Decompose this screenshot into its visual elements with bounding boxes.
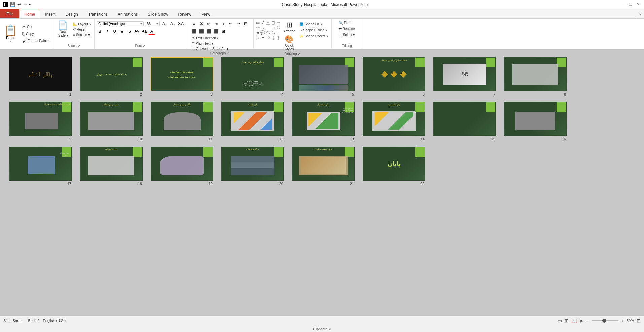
shadow-button[interactable]: S [126,28,133,35]
help-button[interactable]: ? [636,10,644,18]
list-item[interactable]: دیاگرام طبقات 20 [221,147,284,186]
list-item[interactable]: نما و جزئیاتمعماری 17 [9,147,72,186]
align-left-button[interactable]: ⬛ [190,28,197,35]
find-button[interactable]: 🔍Find [337,20,352,25]
tab-transitions[interactable]: Transitions [83,10,113,18]
list-item[interactable]: بیمارستان برن سیت معماران: کیزوتاریخ ساخ… [221,57,284,96]
list-item[interactable]: پلان طبقه اول فضاهای اداریفضاهای درمانیف… [292,102,355,141]
convert-smartart-button[interactable]: ⬡Convert to SmartArt ▾ [190,46,229,51]
justify-button[interactable]: ⬛ [213,28,219,35]
list-item[interactable]: تقسیم بندی فضاها 10 [80,102,143,141]
list-item[interactable]: به نام خداوند بخشنده مهربان 2 [80,57,143,96]
tab-insert[interactable]: Insert [40,10,60,18]
shape-hex[interactable]: ⬡ [271,30,276,35]
bold-button[interactable]: B [97,28,103,35]
shape-outline-button[interactable]: ▱Shape Outline ▾ [298,28,329,33]
slideshow-button[interactable]: ▶ [580,318,583,323]
strikethrough-button[interactable]: S [119,28,126,35]
list-item[interactable]: پلان طبقه دوم 14 [363,102,425,141]
shape-box[interactable]: □ [271,25,276,30]
tab-slideshow[interactable]: Slide Show [143,10,173,18]
shape-moon[interactable]: ☽ [266,35,271,40]
list-item[interactable]: 8 [504,57,567,96]
align-right-button[interactable]: ⬛ [205,28,212,35]
shape-rect2[interactable]: ▢ [271,20,276,25]
list-item[interactable]: موضوع: طرح بیمارستانمجری: بیمارستان قلب … [151,57,213,96]
shape-tri[interactable]: △ [266,20,271,25]
align-center-button[interactable]: ⬛ [198,28,205,35]
cut-button[interactable]: ✂ Cut [21,24,51,30]
paste-button[interactable]: 📋 Paste ▾ [2,24,20,44]
qa-redo[interactable]: ↪ [23,2,27,7]
minimize-button[interactable]: − [620,1,627,8]
inc-indent-button[interactable]: ⇥ [213,20,219,27]
decrease-font-button[interactable]: A↓ [169,20,176,27]
shape-lbrace[interactable]: { [271,35,276,40]
increase-font-button[interactable]: A↑ [161,20,168,27]
italic-button[interactable]: I [104,28,111,35]
list-item[interactable]: 5 [292,57,355,96]
list-item[interactable]: پلان بیمارستان 18 [80,147,143,186]
tab-file[interactable]: File [0,9,19,18]
shape-rbrace[interactable]: } [276,35,281,40]
tab-design[interactable]: Design [60,10,83,18]
underline-button[interactable]: U [111,28,118,35]
zoom-in-button[interactable]: + [621,318,624,323]
list-item[interactable]: 16 [504,102,567,141]
zoom-out-button[interactable]: − [586,318,589,323]
shape-star[interactable]: ★ [256,30,260,35]
change-case-button[interactable]: Aa [141,28,148,35]
shape-arrow[interactable]: ⇨ [276,20,281,25]
list-item[interactable]: پلان طبقات 12 [221,102,284,141]
col-button[interactable]: ⊟ [242,20,249,27]
shape-effects-button[interactable]: ✨Shape Effects ▾ [298,34,329,39]
copy-button[interactable]: ⎘ Copy [21,31,51,37]
close-button[interactable]: ✕ [635,1,641,8]
tab-home[interactable]: Home [19,10,40,18]
shape-more[interactable]: ⬡ [276,25,281,30]
format-painter-button[interactable]: 🖌 Format Painter [21,38,51,44]
font-name-input[interactable]: Calibri (Headings) ▾ [97,21,144,26]
align-text-button[interactable]: ⊤Align Text ▾ [190,41,229,46]
numbering-button[interactable]: ① [198,20,205,27]
list-item[interactable]: پایان 22 [363,147,425,186]
shape-rect[interactable]: ▭ [256,20,260,25]
shape-line[interactable]: ╱ [261,20,265,25]
ltr-button[interactable]: ↪ [235,20,242,27]
quick-styles-button[interactable]: 🎨 QuickStyles [282,35,297,52]
list-item[interactable]: 15 [433,102,496,141]
list-item[interactable]: مروری بر مفاهیم برنامه‌ریزی فیزیکی 9 [9,102,72,141]
char-spacing-button[interactable]: AV [134,28,140,35]
arrange-button[interactable]: ⊞ Arrange [282,20,297,34]
shape-pen[interactable]: ✏ [256,25,260,30]
tab-animations[interactable]: Animations [113,10,143,18]
font-color-button[interactable]: A [148,28,155,35]
shape-curve2[interactable]: ⌣ [276,30,281,35]
tab-view[interactable]: View [196,10,215,18]
replace-button[interactable]: ⇄Replace [337,26,356,31]
qa-save[interactable]: 💾 [10,2,15,7]
reading-view-button[interactable]: 📖 [571,318,577,323]
dec-indent-button[interactable]: ⇤ [205,20,212,27]
select-button[interactable]: ⬚Select ▾ [337,32,356,37]
shape-pent[interactable]: ⬠ [266,30,271,35]
slide-sorter-button[interactable]: ⊞ [565,318,569,323]
shape-call[interactable]: 💬 [261,30,265,35]
shape-curve[interactable]: ∿ [261,25,265,30]
line-spacing-button[interactable]: ↕ [220,20,227,27]
fit-slide-button[interactable]: ⊡ [637,318,641,323]
bullets-button[interactable]: ≡ [190,20,197,27]
rtl-button[interactable]: ↩ [227,20,234,27]
clear-formatting-button[interactable]: ✕A [177,20,184,27]
list-item[interactable]: 19 [151,147,213,186]
shape-fill-button[interactable]: 🪣Shape Fill ▾ [298,22,329,27]
restore-button[interactable]: ❐ [627,1,634,8]
layout-button[interactable]: 📐Layout ▾ [72,22,92,27]
list-item[interactable]: نگاه از بیرون ساختار 11 [151,102,213,141]
section-button[interactable]: ≡Section ▾ [72,32,92,37]
shape-drop[interactable]: ◇ [256,35,260,40]
qa-undo[interactable]: ↩ [17,2,21,7]
new-slide-button[interactable]: 📄 NewSlide ▾ [56,20,70,38]
list-item[interactable]: بِسۡمِ ٱللَّهِ 1 [9,57,72,96]
zoom-slider[interactable] [592,320,618,321]
